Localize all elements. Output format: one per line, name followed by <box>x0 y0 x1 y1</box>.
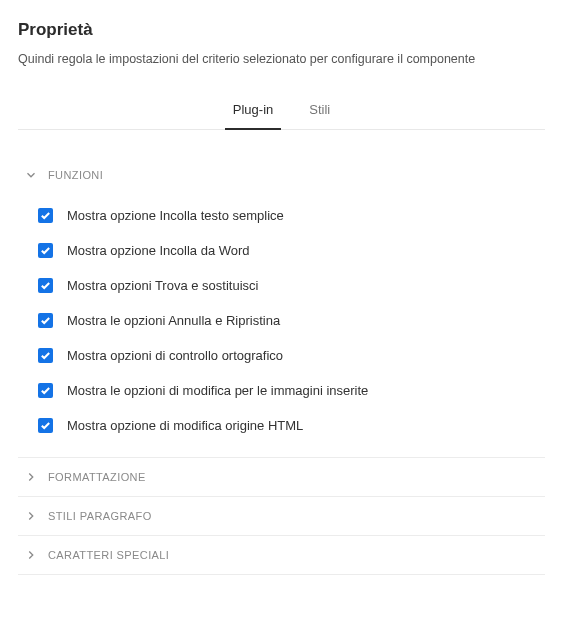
section-funzioni-title: FUNZIONI <box>48 169 103 181</box>
option-image-edit: Mostra le opzioni di modifica per le imm… <box>38 373 545 408</box>
option-paste-plain-label: Mostra opzione Incolla testo semplice <box>67 208 284 223</box>
checkbox-undo-redo[interactable] <box>38 313 53 328</box>
option-paste-word-label: Mostra opzione Incolla da Word <box>67 243 250 258</box>
option-spellcheck-label: Mostra opzioni di controllo ortografico <box>67 348 283 363</box>
tab-bar: Plug-in Stili <box>18 94 545 130</box>
option-html-source-label: Mostra opzione di modifica origine HTML <box>67 418 303 433</box>
section-formattazione-header[interactable]: FORMATTAZIONE <box>18 458 545 496</box>
chevron-right-icon <box>24 548 38 562</box>
section-stili-paragrafo-header[interactable]: STILI PARAGRAFO <box>18 497 545 535</box>
section-caratteri-speciali: CARATTERI SPECIALI <box>18 536 545 575</box>
page-subtitle: Quindi regola le impostazioni del criter… <box>18 52 545 66</box>
chevron-right-icon <box>24 470 38 484</box>
section-funzioni: FUNZIONI Mostra opzione Incolla testo se… <box>18 156 545 458</box>
checkbox-paste-plain[interactable] <box>38 208 53 223</box>
checkbox-spellcheck[interactable] <box>38 348 53 363</box>
checkbox-html-source[interactable] <box>38 418 53 433</box>
checkbox-find-replace[interactable] <box>38 278 53 293</box>
option-paste-plain: Mostra opzione Incolla testo semplice <box>38 198 545 233</box>
section-formattazione-title: FORMATTAZIONE <box>48 471 146 483</box>
checkbox-paste-word[interactable] <box>38 243 53 258</box>
section-formattazione: FORMATTAZIONE <box>18 458 545 497</box>
section-stili-paragrafo-title: STILI PARAGRAFO <box>48 510 152 522</box>
section-caratteri-speciali-title: CARATTERI SPECIALI <box>48 549 169 561</box>
tab-styles[interactable]: Stili <box>305 94 334 129</box>
chevron-down-icon <box>24 168 38 182</box>
section-caratteri-speciali-header[interactable]: CARATTERI SPECIALI <box>18 536 545 574</box>
option-undo-redo-label: Mostra le opzioni Annulla e Ripristina <box>67 313 280 328</box>
section-funzioni-header[interactable]: FUNZIONI <box>18 156 545 194</box>
option-find-replace-label: Mostra opzioni Trova e sostituisci <box>67 278 258 293</box>
page-title: Proprietà <box>18 20 545 40</box>
option-spellcheck: Mostra opzioni di controllo ortografico <box>38 338 545 373</box>
option-html-source: Mostra opzione di modifica origine HTML <box>38 408 545 443</box>
option-find-replace: Mostra opzioni Trova e sostituisci <box>38 268 545 303</box>
option-undo-redo: Mostra le opzioni Annulla e Ripristina <box>38 303 545 338</box>
chevron-right-icon <box>24 509 38 523</box>
option-paste-word: Mostra opzione Incolla da Word <box>38 233 545 268</box>
section-stili-paragrafo: STILI PARAGRAFO <box>18 497 545 536</box>
section-funzioni-body: Mostra opzione Incolla testo semplice Mo… <box>18 194 545 457</box>
option-image-edit-label: Mostra le opzioni di modifica per le imm… <box>67 383 368 398</box>
tab-plugin[interactable]: Plug-in <box>229 94 277 129</box>
checkbox-image-edit[interactable] <box>38 383 53 398</box>
